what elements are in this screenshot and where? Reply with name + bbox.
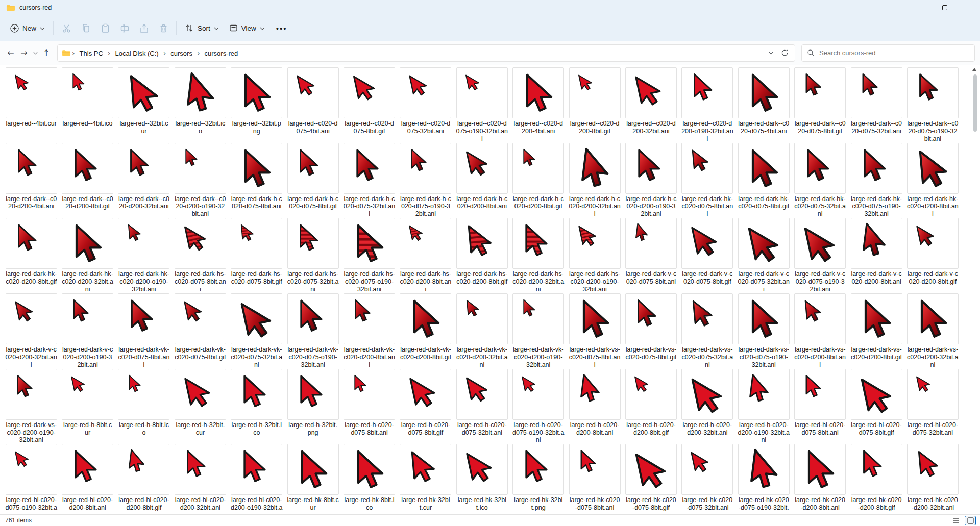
file-item[interactable]: large-red-dark-hk-c020-d075-8bit.ani: [679, 143, 736, 218]
file-item[interactable]: large-red-hi-c020-d200-8bit.ani: [59, 444, 115, 514]
file-item[interactable]: large-red-dark-hk-c020-d200-8bit.ani: [904, 143, 961, 218]
file-item[interactable]: large-red-dark-v-c020-d200-32bit.ani: [3, 293, 59, 369]
file-item[interactable]: large-red-h-c020-d075-o190-32bit.ani: [510, 369, 567, 444]
back-button[interactable]: ←: [4, 45, 17, 61]
file-item[interactable]: large-red--c020-d075-o190-32bit.ani: [454, 67, 510, 143]
file-item[interactable]: large-red-dark-h-c020-d200-o190-32bit.an…: [623, 143, 679, 218]
file-item[interactable]: large-red-dark-hs-c020-d075-8bit.gif: [229, 218, 285, 293]
file-item[interactable]: large-red-dark-vk-c020-d075-o190-32bit.a…: [285, 293, 341, 369]
file-item[interactable]: large-red-dark-hk-c020-d075-o190-32bit.a…: [848, 143, 904, 218]
file-item[interactable]: large-red-h-c020-d075-32bit.ani: [454, 369, 510, 444]
up-button[interactable]: ↑: [40, 45, 53, 61]
file-item[interactable]: large-red--c020-d200-32bit.ani: [623, 67, 679, 143]
file-item[interactable]: large-red-dark-vs-c020-d200-8bit.gif: [848, 293, 904, 369]
file-item[interactable]: large-red-dark-vk-c020-d200-8bit.gif: [398, 293, 454, 369]
file-item[interactable]: large-red-dark-hs-c020-d200-8bit.gif: [454, 218, 510, 293]
file-item[interactable]: large-red-hi-c020-d075-8bit.gif: [848, 369, 904, 444]
forward-button[interactable]: →: [17, 45, 31, 61]
scrollbar-up-arrow[interactable]: [972, 68, 976, 71]
file-item[interactable]: large-red-dark-hs-c020-d075-32bit.ani: [285, 218, 341, 293]
file-item[interactable]: large-red--32bit.cur: [116, 67, 172, 143]
file-item[interactable]: large-red-dark-hk-c020-d075-32bit.ani: [792, 143, 848, 218]
file-item[interactable]: large-red-dark--c020-d200-o190-32bit.ani: [172, 143, 228, 218]
search-input[interactable]: [819, 49, 969, 57]
file-item[interactable]: large-red-h-c020-d200-8bit.gif: [623, 369, 679, 444]
file-item[interactable]: large-red-dark-hk-c020-d200-8bit.gif: [3, 218, 59, 293]
file-item[interactable]: large-red-hi-c020-d075-8bit.ani: [792, 369, 848, 444]
file-item[interactable]: large-red-hk-c020-d200-32bit.ani: [904, 444, 961, 514]
more-options-button[interactable]: •••: [270, 24, 293, 33]
file-item[interactable]: large-red-dark-vs-c020-d075-32bit.ani: [679, 293, 736, 369]
rename-button[interactable]: [115, 19, 134, 37]
file-item[interactable]: large-red-h-8bit.ico: [116, 369, 172, 444]
file-item[interactable]: large-red-dark-hs-c020-d200-o190-32bit.a…: [567, 218, 623, 293]
breadcrumb-chevron-icon[interactable]: ›: [195, 49, 202, 57]
share-button[interactable]: [134, 19, 154, 37]
file-item[interactable]: large-red-h-c020-d075-8bit.ani: [341, 369, 397, 444]
file-item[interactable]: large-red-dark-hs-c020-d200-32bit.ani: [510, 218, 567, 293]
file-item[interactable]: large-red-dark-vk-c020-d075-8bit.gif: [172, 293, 228, 369]
file-item[interactable]: large-red-hk-c020-d200-8bit.ani: [792, 444, 848, 514]
file-item[interactable]: large-red-dark--c020-d075-4bit.ani: [736, 67, 792, 143]
file-item[interactable]: large-red-hi-c020-d075-o190-32bit.ani: [3, 444, 59, 514]
delete-button[interactable]: [154, 19, 173, 37]
file-item[interactable]: large-red-hi-c020-d200-8bit.gif: [116, 444, 172, 514]
file-item[interactable]: large-red--32bit.ico: [172, 67, 228, 143]
breadcrumb-item[interactable]: Local Disk (C:): [112, 48, 161, 59]
file-item[interactable]: large-red--c020-d200-4bit.ani: [510, 67, 567, 143]
file-item[interactable]: large-red-h-8bit.cur: [59, 369, 115, 444]
file-item[interactable]: large-red-hk-8bit.cur: [285, 444, 341, 514]
large-icons-view-toggle[interactable]: [965, 516, 976, 525]
file-item[interactable]: large-red-dark-hs-c020-d200-8bit.ani: [398, 218, 454, 293]
file-item[interactable]: large-red--4bit.cur: [3, 67, 59, 143]
file-item[interactable]: large-red-dark-vk-c020-d075-8bit.ani: [116, 293, 172, 369]
file-item[interactable]: large-red-hk-c020-d075-32bit.ani: [679, 444, 736, 514]
file-item[interactable]: large-red-dark-h-c020-d075-8bit.ani: [229, 143, 285, 218]
file-item[interactable]: large-red-dark-vs-c020-d200-8bit.ani: [792, 293, 848, 369]
address-bar[interactable]: ›This PC›Local Disk (C:)›cursors›cursors…: [57, 44, 795, 62]
file-item[interactable]: large-red-dark-hk-c020-d200-32bit.ani: [59, 218, 115, 293]
file-item[interactable]: large-red-dark-v-c020-d075-8bit.ani: [623, 218, 679, 293]
file-item[interactable]: large-red-dark-vs-c020-d075-o190-32bit.a…: [736, 293, 792, 369]
file-item[interactable]: large-red-h-32bit.ico: [229, 369, 285, 444]
file-item[interactable]: large-red-dark-vk-c020-d075-32bit.ani: [229, 293, 285, 369]
file-item[interactable]: large-red-dark-hk-c020-d200-o190-32bit.a…: [116, 218, 172, 293]
file-item[interactable]: large-red--c020-d200-8bit.gif: [567, 67, 623, 143]
file-item[interactable]: large-red-dark--c020-d200-8bit.gif: [59, 143, 115, 218]
scrollbar-thumb[interactable]: [973, 74, 977, 132]
file-item[interactable]: large-red-hi-c020-d200-o190-32bit.ani: [229, 444, 285, 514]
details-view-toggle[interactable]: [950, 516, 962, 525]
maximize-button[interactable]: [933, 0, 957, 15]
file-item[interactable]: large-red-dark-h-c020-d075-8bit.gif: [285, 143, 341, 218]
file-item[interactable]: large-red-dark-vk-c020-d200-8bit.ani: [341, 293, 397, 369]
file-item[interactable]: large-red-h-c020-d075-8bit.gif: [398, 369, 454, 444]
file-item[interactable]: large-red-dark-h-c020-d075-o190-32bit.an…: [398, 143, 454, 218]
file-item[interactable]: large-red-dark-vs-c020-d075-8bit.gif: [623, 293, 679, 369]
file-item[interactable]: large-red-dark--c020-d200-32bit.ani: [116, 143, 172, 218]
file-item[interactable]: large-red--c020-d075-4bit.ani: [285, 67, 341, 143]
new-button[interactable]: New: [5, 20, 50, 36]
file-item[interactable]: large-red-hk-8bit.ico: [341, 444, 397, 514]
file-item[interactable]: large-red-dark-hs-c020-d075-o190-32bit.a…: [341, 218, 397, 293]
file-item[interactable]: large-red-hk-c020-d075-8bit.ani: [567, 444, 623, 514]
sort-button[interactable]: Sort: [180, 20, 224, 36]
file-item[interactable]: large-red-dark-hk-c020-d075-8bit.gif: [736, 143, 792, 218]
file-item[interactable]: large-red-hk-32bit.cur: [398, 444, 454, 514]
file-item[interactable]: large-red-dark-vs-c020-d200-32bit.ani: [904, 293, 961, 369]
file-item[interactable]: large-red-dark-h-c020-d200-8bit.ani: [454, 143, 510, 218]
file-item[interactable]: large-red-dark-vs-c020-d075-8bit.ani: [567, 293, 623, 369]
breadcrumb-chevron-icon[interactable]: ›: [106, 49, 112, 57]
file-item[interactable]: large-red-dark-v-c020-d075-32bit.ani: [736, 218, 792, 293]
file-item[interactable]: large-red--c020-d200-o190-32bit.ani: [679, 67, 736, 143]
file-item[interactable]: large-red-dark-h-c020-d200-8bit.gif: [510, 143, 567, 218]
breadcrumb-chevron-icon[interactable]: ›: [70, 49, 77, 57]
file-item[interactable]: large-red-h-c020-d200-32bit.ani: [679, 369, 736, 444]
file-item[interactable]: large-red-dark-v-c020-d075-o190-32bit.an…: [792, 218, 848, 293]
file-item[interactable]: large-red-hk-c020-d075-o190-32bit.ani: [736, 444, 792, 514]
file-item[interactable]: large-red-h-32bit.cur: [172, 369, 228, 444]
file-item[interactable]: large-red-dark-h-c020-d200-32bit.ani: [567, 143, 623, 218]
refresh-button[interactable]: [781, 49, 789, 57]
file-item[interactable]: large-red-hk-c020-d200-8bit.gif: [848, 444, 904, 514]
file-item[interactable]: large-red-hk-32bit.png: [510, 444, 567, 514]
close-button[interactable]: [957, 0, 980, 15]
